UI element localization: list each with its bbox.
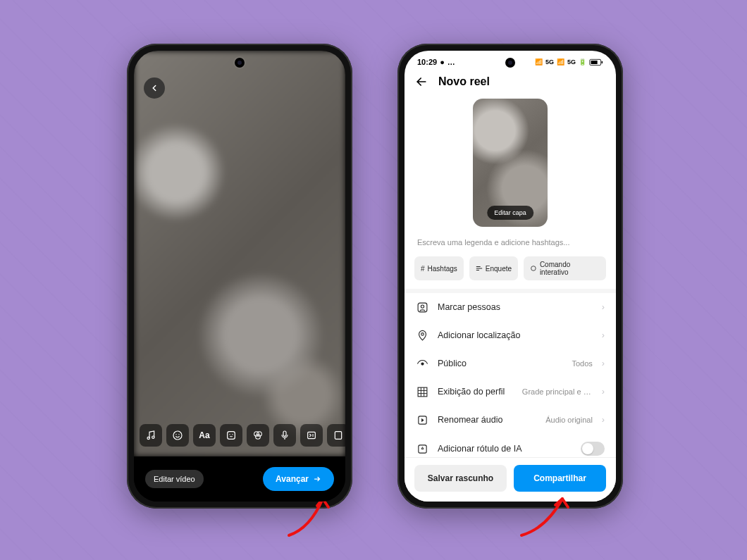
edit-cover-button[interactable]: Editar capa: [487, 206, 533, 220]
text-tool[interactable]: Aa: [193, 424, 216, 447]
tag-people-label: Marcar pessoas: [438, 302, 593, 312]
interactive-label: Comando interativo: [540, 261, 600, 276]
status-more-icon: …: [447, 58, 455, 66]
interactive-chip[interactable]: Comando interativo: [524, 256, 606, 280]
publish-header: Novo reel: [405, 69, 616, 93]
cover-section: Editar capa: [405, 93, 616, 230]
tag-people-option[interactable]: Marcar pessoas ›: [405, 293, 616, 321]
ai-label-option[interactable]: Adicionar rótulo de IA: [405, 434, 616, 457]
back-arrow-icon[interactable]: [414, 75, 428, 89]
options-list: Marcar pessoas › Adicionar localização ›…: [405, 293, 616, 457]
chevron-right-icon: ›: [602, 330, 605, 340]
hashtags-chip[interactable]: # Hashtags: [414, 256, 464, 280]
rename-audio-value: Áudio original: [545, 416, 593, 424]
back-button[interactable]: [144, 77, 165, 99]
profile-display-value: Grade principal e do Re...: [522, 387, 593, 396]
add-location-label: Adicionar localização: [438, 330, 593, 340]
clip-tool[interactable]: [300, 424, 323, 447]
svg-point-4: [178, 434, 179, 435]
wifi-icon: 🔋: [579, 58, 586, 66]
svg-point-19: [421, 304, 424, 307]
status-dot-icon: ●: [440, 58, 445, 66]
sticker-icon: [226, 430, 237, 441]
public-option[interactable]: Público Todos ›: [405, 349, 616, 378]
public-value: Todos: [572, 359, 592, 368]
status-net1: 5G: [545, 58, 554, 66]
svg-rect-5: [228, 432, 235, 440]
hash-icon: #: [421, 265, 425, 273]
arrow-right-icon: [313, 475, 321, 483]
status-time: 10:29: [417, 58, 437, 66]
sticker-tool[interactable]: [220, 424, 242, 447]
camera-notch: [235, 58, 245, 68]
emoji-icon: [172, 430, 183, 441]
music-tool[interactable]: [140, 424, 162, 447]
grid-icon: [416, 385, 428, 398]
signal-icon: 📶: [557, 58, 564, 66]
person-icon: [416, 301, 428, 313]
visibility-icon: [416, 357, 428, 370]
svg-rect-11: [283, 431, 286, 436]
status-net2: 5G: [567, 58, 576, 66]
share-button[interactable]: Compartilhar: [514, 465, 606, 492]
svg-point-21: [421, 362, 424, 365]
text-icon: Aa: [199, 430, 209, 440]
editor-bottom-bar: Editar vídeo Avançar: [134, 456, 345, 502]
phone-frame-right: 10:29 ● … 📶 5G 📶 5G 🔋 Novo reel: [397, 44, 623, 509]
rename-audio-option[interactable]: Renomear áudio Áudio original ›: [405, 406, 616, 434]
video-preview: [134, 51, 345, 456]
effects-tool[interactable]: [247, 424, 269, 447]
header-title: Novo reel: [438, 75, 490, 88]
poll-label: Enquete: [486, 265, 512, 273]
svg-point-2: [173, 431, 182, 440]
more-tool[interactable]: [327, 424, 345, 447]
caption-input[interactable]: Escreva uma legenda e adicione hashtags.…: [405, 230, 616, 251]
chevron-right-icon: ›: [602, 415, 605, 425]
chevron-right-icon: ›: [602, 302, 605, 312]
phone-frame-left: Aa Editar vídeo Avançar: [127, 44, 352, 509]
location-icon: [416, 329, 428, 342]
download-icon: [333, 430, 344, 441]
svg-point-1: [152, 436, 154, 438]
svg-rect-22: [418, 387, 427, 397]
chip-row: # Hashtags Enquete Comando interativo: [405, 251, 616, 293]
chevron-right-icon: ›: [602, 387, 605, 397]
save-draft-button[interactable]: Salvar rascunho: [414, 465, 507, 492]
ai-label-toggle[interactable]: [581, 442, 605, 456]
edit-video-button[interactable]: Editar vídeo: [145, 470, 204, 488]
svg-point-0: [147, 437, 149, 439]
audio-icon: [416, 413, 428, 426]
advance-button[interactable]: Avançar: [263, 467, 334, 491]
reels-editor: Aa Editar vídeo Avançar: [134, 51, 345, 502]
svg-point-10: [256, 435, 261, 440]
effects-icon: [252, 430, 264, 441]
svg-point-20: [421, 332, 424, 335]
publish-view: 10:29 ● … 📶 5G 📶 5G 🔋 Novo reel: [405, 51, 616, 502]
svg-rect-16: [591, 61, 598, 64]
footer-buttons: Salvar rascunho Compartilhar: [405, 457, 616, 502]
svg-point-9: [257, 432, 262, 437]
add-location-option[interactable]: Adicionar localização ›: [405, 321, 616, 349]
microphone-icon: [279, 430, 290, 441]
editor-toolbar: Aa: [134, 424, 345, 447]
emoji-tool[interactable]: [166, 424, 189, 447]
poll-icon: [476, 265, 483, 272]
interactive-icon: [530, 265, 537, 272]
svg-point-17: [531, 266, 536, 271]
profile-display-option[interactable]: Exibição do perfil Grade principal e do …: [405, 378, 616, 406]
clip-icon: [306, 430, 317, 441]
rename-audio-label: Renomear áudio: [438, 415, 536, 425]
advance-label: Avançar: [276, 474, 309, 484]
poll-chip[interactable]: Enquete: [469, 256, 518, 280]
camera-notch: [505, 58, 515, 68]
background-pattern: [0, 0, 747, 560]
svg-point-3: [175, 434, 176, 435]
screen-publish: 10:29 ● … 📶 5G 📶 5G 🔋 Novo reel: [405, 51, 616, 502]
public-label: Público: [438, 359, 562, 368]
chevron-left-icon: [149, 83, 159, 93]
cover-preview[interactable]: Editar capa: [473, 99, 548, 227]
screen-editor: Aa Editar vídeo Avançar: [134, 51, 345, 502]
svg-rect-15: [602, 61, 603, 63]
voiceover-tool[interactable]: [273, 424, 296, 447]
svg-rect-18: [418, 303, 427, 312]
